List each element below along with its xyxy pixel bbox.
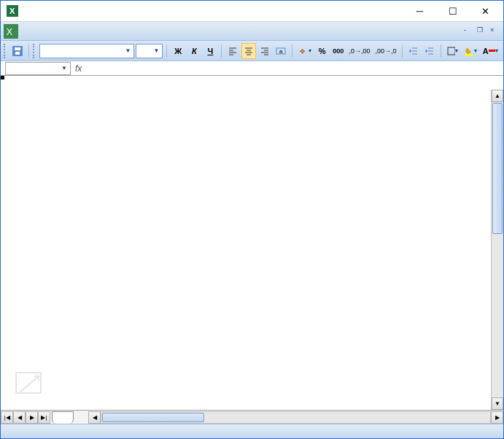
scroll-right-button[interactable]: ▶ [491, 411, 503, 424]
comma-button[interactable]: 000 [331, 43, 346, 59]
tab-nav-last[interactable]: ▶| [38, 411, 50, 424]
increase-decimal-button[interactable]: ,0→,00 [347, 43, 372, 59]
fill-color-button[interactable]: ▾ [462, 43, 478, 59]
scroll-left-button[interactable]: ◀ [88, 411, 101, 424]
save-button[interactable] [10, 43, 25, 59]
formula-input[interactable] [86, 64, 503, 73]
excel-app-icon: X [7, 5, 18, 17]
scroll-down-button[interactable]: ▼ [492, 397, 503, 410]
maximize-button[interactable]: ☐ [436, 2, 469, 20]
tab-nav-next[interactable]: ▶ [26, 411, 38, 424]
hscroll-track[interactable] [101, 411, 491, 424]
currency-button[interactable]: ❖▾ [296, 43, 313, 59]
svg-rect-6 [15, 52, 20, 55]
merge-center-button[interactable]: a [274, 43, 288, 59]
doc-close-button[interactable]: × [490, 26, 500, 36]
align-center-button[interactable] [241, 43, 256, 59]
align-right-button[interactable] [257, 43, 272, 59]
doc-restore-button[interactable]: ❐ [477, 26, 487, 36]
bold-button[interactable]: Ж [171, 43, 185, 59]
formula-bar: ▼ fx [1, 61, 503, 76]
formatting-toolbar: ▼ ▼ Ж К Ч a ❖▾ % 000 ,0→,00 ,00→,0 ▾ ▾ A… [1, 41, 503, 61]
increase-indent-button[interactable] [422, 43, 437, 59]
underline-button[interactable]: Ч [203, 43, 217, 59]
fx-icon[interactable]: fx [75, 63, 82, 74]
sheet-tabs-row: |◀ ◀ ▶ ▶| ◀ ▶ [1, 410, 503, 424]
italic-button[interactable]: К [187, 43, 201, 59]
svg-text:a: a [279, 48, 283, 55]
titlebar: X ─ ☐ ✕ [1, 1, 503, 22]
selection-border [1, 76, 4, 79]
sheet-tab-active[interactable] [52, 411, 74, 424]
font-name-select[interactable]: ▼ [39, 44, 135, 58]
svg-rect-5 [15, 47, 20, 50]
watermark [15, 372, 50, 394]
scroll-up-button[interactable]: ▲ [492, 90, 503, 102]
close-button[interactable]: ✕ [469, 2, 502, 20]
menubar-row: X - ❐ × [1, 22, 503, 41]
decrease-indent-button[interactable] [406, 43, 421, 59]
doc-minimize-button[interactable]: - [464, 26, 474, 36]
name-box[interactable]: ▼ [5, 62, 71, 75]
font-color-button[interactable]: A▾ [481, 43, 500, 59]
svg-rect-12 [489, 50, 495, 52]
borders-button[interactable]: ▾ [445, 43, 460, 59]
tab-nav-first[interactable]: |◀ [1, 411, 13, 424]
minimize-button[interactable]: ─ [403, 2, 436, 20]
excel-doc-icon[interactable]: X [4, 24, 18, 39]
tab-nav-prev[interactable]: ◀ [13, 411, 26, 424]
svg-text:X: X [9, 7, 15, 15]
spreadsheet-grid: ▲ ▼ [1, 76, 503, 410]
status-bar [1, 424, 503, 438]
decrease-decimal-button[interactable]: ,00→,0 [373, 43, 398, 59]
font-size-select[interactable]: ▼ [136, 44, 163, 58]
toolbar-handle[interactable] [4, 44, 7, 58]
svg-text:❖: ❖ [299, 47, 306, 55]
vertical-scrollbar[interactable]: ▲ ▼ [491, 90, 503, 410]
svg-rect-11 [465, 54, 473, 56]
vscroll-thumb[interactable] [492, 103, 503, 234]
fill-handle[interactable] [1, 76, 4, 79]
svg-text:X: X [7, 27, 13, 37]
percent-button[interactable]: % [315, 43, 330, 59]
hscroll-thumb[interactable] [102, 413, 204, 422]
toolbar-handle-2[interactable] [33, 44, 36, 58]
align-left-button[interactable] [225, 43, 240, 59]
svg-rect-10 [448, 47, 455, 55]
